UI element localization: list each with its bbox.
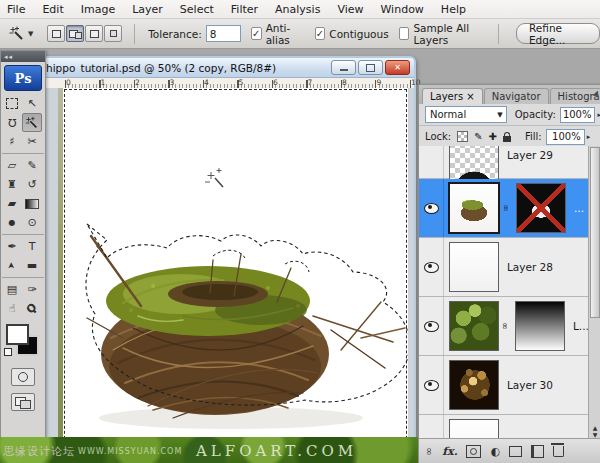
scrollbar-thumb[interactable] [590, 147, 600, 318]
tool-move-icon[interactable]: ↖ [22, 94, 42, 113]
tool-slice-icon[interactable]: ✂ [22, 132, 42, 151]
tool-gradient-icon[interactable] [22, 194, 42, 213]
menu-analysis[interactable]: Analysis [275, 3, 320, 16]
adjustment-layer-icon[interactable]: ◐ [490, 445, 500, 458]
tool-rectangle-shape-icon[interactable]: ▬ [22, 256, 42, 275]
minimize-icon[interactable] [331, 60, 356, 75]
lock-position-icon[interactable]: ✚ [489, 132, 497, 142]
collapse-panel-icon[interactable]: ◂◂ [1, 51, 45, 62]
tools-grid: ↖Ω♯✂▱✎♜↺▰●⊙✒T➤▬▤✑☝Ϙ [1, 93, 45, 319]
layer-row-moss[interactable]: ∞ L... [419, 297, 589, 356]
visibility-eye-icon[interactable] [424, 203, 439, 214]
disabled-mask-thumbnail[interactable] [516, 183, 566, 233]
menu-window[interactable]: Window [380, 3, 423, 16]
moss-layer-label: L... [573, 320, 589, 332]
refine-edge-button[interactable]: Refine Edge... [516, 23, 600, 44]
lock-transparency-icon[interactable] [457, 131, 468, 142]
layer-1-thumbnail[interactable] [449, 419, 499, 438]
quick-mask-button[interactable] [11, 368, 35, 386]
tool-type-icon[interactable]: T [22, 237, 42, 256]
panel-menu-icon[interactable]: ◢ [593, 89, 598, 97]
add-to-selection-icon[interactable] [66, 25, 84, 42]
menu-help[interactable]: Help [441, 3, 466, 16]
visibility-eye-icon[interactable] [424, 380, 439, 391]
tool-clone-stamp-icon[interactable]: ♜ [2, 175, 22, 194]
document-title-bar[interactable]: hippo_tutorial.psd @ 50% (2 copy, RGB/8#… [32, 58, 414, 78]
gradient-mask-thumbnail[interactable] [515, 301, 565, 351]
tool-crop-icon[interactable]: ♯ [2, 132, 22, 151]
layer-30-thumbnail[interactable] [449, 360, 499, 410]
foreground-color-swatch[interactable] [6, 324, 29, 345]
layer-row-28[interactable]: Layer 28 [419, 238, 589, 297]
scroll-up-icon[interactable]: ▲ [589, 424, 600, 431]
lock-paint-icon[interactable]: ✎ [474, 132, 482, 142]
new-selection-icon[interactable] [47, 25, 65, 42]
menu-edit[interactable]: Edit [42, 3, 63, 16]
menu-filter[interactable]: Filter [231, 3, 258, 16]
ruler-number: 9 [377, 78, 382, 87]
fill-field[interactable]: 100% [546, 129, 585, 145]
sample-all-layers-checkbox[interactable] [399, 27, 410, 40]
menu-view[interactable]: View [337, 3, 363, 16]
layer-row-1[interactable]: 1 fx [419, 415, 589, 438]
layer-row-selected[interactable]: ∞ ... [419, 179, 589, 238]
layer-row-29[interactable]: Layer 29 [419, 146, 589, 179]
menu-file[interactable]: File [7, 3, 25, 16]
selected-layer-thumbnail[interactable] [448, 182, 500, 234]
tolerance-input[interactable]: 8 [206, 25, 241, 42]
contiguous-checkbox[interactable]: ✓ [315, 27, 326, 40]
tool-preset-arrow-icon[interactable]: ▼ [28, 30, 33, 38]
tab-navigator[interactable]: Navigator [484, 88, 549, 104]
ruler-number: 8 [342, 78, 347, 87]
default-colors-icon[interactable] [4, 348, 12, 356]
tool-path-selection-icon[interactable]: ➤ [2, 256, 22, 275]
canvas[interactable] [63, 88, 408, 463]
tool-zoom-icon[interactable]: Ϙ [22, 299, 42, 318]
tool-magic-wand-icon[interactable] [22, 113, 42, 132]
lock-all-icon[interactable] [503, 136, 511, 142]
maximize-icon[interactable] [358, 60, 383, 75]
opacity-field[interactable]: 100% [560, 107, 596, 123]
menu-layer[interactable]: Layer [132, 3, 163, 16]
tab-layers[interactable]: Layers × [422, 88, 483, 104]
group-icon[interactable] [509, 446, 522, 457]
tool-eyedropper-icon[interactable]: ✑ [22, 280, 42, 299]
scroll-down-icon[interactable]: ▼ [589, 431, 600, 438]
tool-blur-icon[interactable]: ● [2, 213, 22, 232]
tool-hand-icon[interactable]: ☝ [2, 299, 22, 318]
screen-mode-button[interactable] [11, 393, 35, 411]
mask-link-icon[interactable]: ∞ [501, 203, 511, 214]
menu-select[interactable]: Select [180, 3, 214, 16]
menu-image[interactable]: Image [81, 3, 115, 16]
ruler-number: 1 [101, 78, 106, 87]
tool-rectangular-marquee-icon[interactable] [2, 94, 22, 113]
layer-row-30[interactable]: Layer 30 [419, 356, 589, 415]
layers-scrollbar[interactable]: ▲▼ [588, 146, 600, 438]
delete-layer-icon[interactable] [553, 446, 564, 457]
magic-wand-icon[interactable]: ▼ [8, 25, 33, 42]
close-icon[interactable]: ✕ [385, 60, 410, 75]
moss-layer-thumbnail[interactable] [449, 301, 499, 351]
layer-style-icon[interactable]: fx. [442, 445, 457, 458]
tool-healing-brush-icon[interactable]: ▱ [2, 156, 22, 175]
tool-notes-icon[interactable]: ▤ [2, 280, 22, 299]
visibility-eye-icon[interactable] [424, 262, 439, 273]
tool-eraser-icon[interactable]: ▰ [2, 194, 22, 213]
link-layers-icon[interactable]: ∞ [424, 447, 435, 455]
tool-brush-icon[interactable]: ✎ [22, 156, 42, 175]
lock-label: Lock: [425, 131, 451, 142]
tool-pen-icon[interactable]: ✒ [2, 237, 22, 256]
subtract-from-selection-icon[interactable] [85, 25, 103, 42]
mask-link-icon[interactable]: ∞ [500, 321, 510, 332]
intersect-selection-icon[interactable] [104, 25, 122, 42]
new-layer-icon[interactable] [531, 445, 544, 458]
blend-mode-select[interactable]: Normal ▼ [425, 106, 507, 123]
layer-28-thumbnail[interactable] [449, 242, 499, 292]
tool-history-brush-icon[interactable]: ↺ [22, 175, 42, 194]
fill-spinner-icon[interactable]: ▸ [587, 133, 591, 141]
visibility-eye-icon[interactable] [424, 321, 439, 332]
tool-lasso-icon[interactable]: Ω [2, 113, 22, 132]
tool-dodge-icon[interactable]: ⊙ [22, 213, 42, 232]
anti-alias-checkbox[interactable]: ✓ [251, 27, 262, 40]
add-mask-icon[interactable] [466, 445, 481, 458]
